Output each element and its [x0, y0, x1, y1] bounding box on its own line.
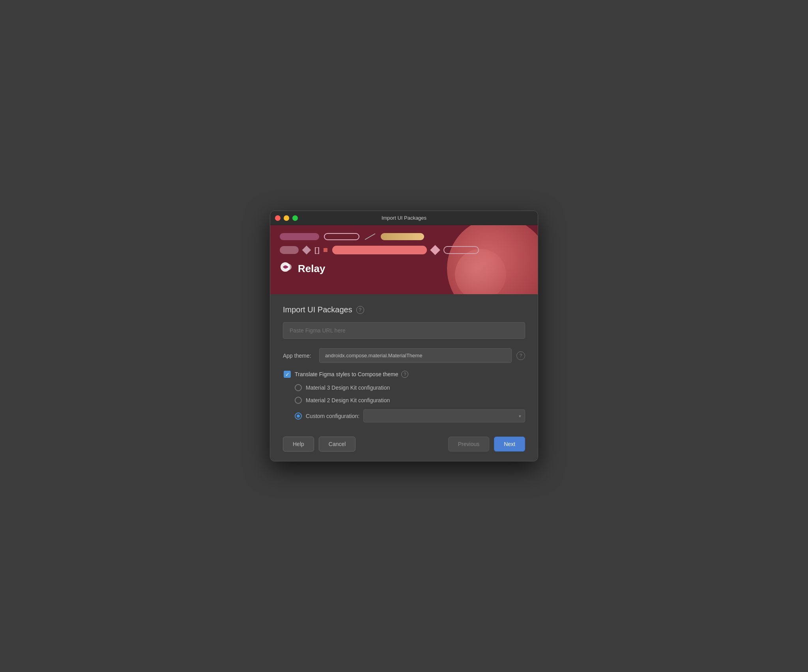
- window-title: Import UI Packages: [382, 215, 426, 221]
- design-kit-radio-group: Material 3 Design Kit configuration Mate…: [283, 384, 525, 422]
- minimize-button[interactable]: [284, 215, 289, 221]
- bottom-right-buttons: Previous Next: [448, 437, 525, 452]
- custom-radio-inner: [297, 414, 300, 418]
- custom-radio-button[interactable]: [295, 413, 302, 420]
- relay-logo-icon: [280, 261, 294, 276]
- relay-logo-text: Relay: [298, 263, 325, 275]
- relay-logo: Relay: [280, 261, 528, 276]
- bottom-left-buttons: Help Cancel: [283, 437, 355, 452]
- main-content: Import UI Packages ? App theme: ? ✓ Tran…: [270, 294, 538, 430]
- maximize-button[interactable]: [292, 215, 298, 221]
- help-button[interactable]: Help: [283, 437, 314, 452]
- material2-radio-label: Material 2 Design Kit configuration: [306, 397, 390, 403]
- app-theme-input[interactable]: [319, 348, 512, 363]
- figma-url-input[interactable]: [283, 322, 525, 339]
- material2-radio-row: Material 2 Design Kit configuration: [295, 397, 525, 404]
- window-controls: [275, 215, 298, 221]
- custom-config-input-wrapper: ▾: [363, 409, 525, 422]
- hero-banner: [ ] Relay: [270, 225, 538, 294]
- checkmark-icon: ✓: [285, 372, 290, 377]
- translate-styles-checkbox[interactable]: ✓: [284, 371, 291, 378]
- cancel-button[interactable]: Cancel: [319, 437, 356, 452]
- hero-shapes-row1: [280, 233, 528, 240]
- shape-pill-salmon: [332, 246, 427, 254]
- translate-styles-row: ✓ Translate Figma styles to Compose them…: [283, 371, 525, 378]
- page-title: Import UI Packages: [283, 305, 352, 314]
- hero-shapes-row2: [ ]: [280, 246, 528, 254]
- app-theme-help-icon[interactable]: ?: [516, 351, 525, 360]
- material3-radio-button[interactable]: [295, 384, 302, 391]
- custom-config-input[interactable]: [363, 409, 525, 422]
- title-help-icon[interactable]: ?: [356, 306, 364, 314]
- titlebar: Import UI Packages: [270, 211, 538, 225]
- shape-diamond-2: [430, 245, 440, 255]
- material3-radio-label: Material 3 Design Kit configuration: [306, 385, 390, 391]
- app-theme-row: App theme: ?: [283, 348, 525, 363]
- shape-pill-short: [280, 246, 299, 254]
- shape-pill-1: [280, 233, 319, 240]
- shape-pill-outline-1: [324, 233, 359, 240]
- shape-diamond-1: [302, 246, 311, 255]
- shape-pill-gradient: [381, 233, 424, 240]
- shape-line: [365, 233, 376, 240]
- translate-styles-label: Translate Figma styles to Compose theme …: [295, 371, 408, 378]
- custom-radio-label: Custom configuration:: [306, 413, 359, 419]
- url-input-wrapper: [283, 322, 525, 339]
- section-title-row: Import UI Packages ?: [283, 305, 525, 314]
- next-button[interactable]: Next: [494, 437, 525, 452]
- shape-square: [324, 248, 327, 252]
- main-window: Import UI Packages [ ]: [270, 211, 538, 461]
- checkbox-help-icon[interactable]: ?: [401, 371, 408, 378]
- material3-radio-row: Material 3 Design Kit configuration: [295, 384, 525, 391]
- close-button[interactable]: [275, 215, 281, 221]
- shape-bracket: [ ]: [314, 246, 319, 254]
- shape-pill-outline-2: [443, 246, 479, 254]
- material2-radio-button[interactable]: [295, 397, 302, 404]
- app-theme-label: App theme:: [283, 353, 314, 359]
- bottom-bar: Help Cancel Previous Next: [270, 430, 538, 461]
- custom-config-radio-row: Custom configuration: ▾: [295, 409, 525, 422]
- previous-button[interactable]: Previous: [448, 437, 489, 452]
